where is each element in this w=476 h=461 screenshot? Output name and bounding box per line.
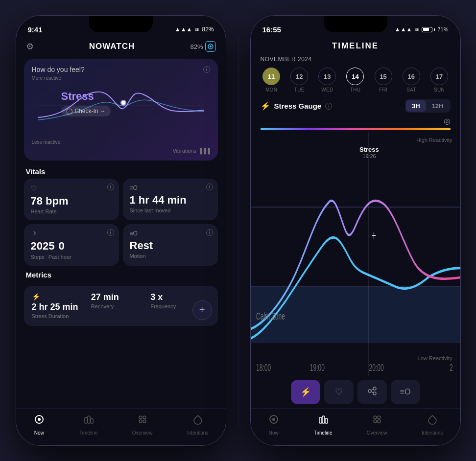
info-icon-heart[interactable]: i [107, 184, 114, 190]
add-metric-button[interactable]: + [192, 300, 212, 320]
svg-rect-6 [85, 417, 87, 423]
checkin-button[interactable]: ◯ Check-In → [61, 106, 111, 116]
battery-icon-right [422, 27, 435, 32]
nav-overview-right[interactable]: Overview [367, 414, 387, 436]
day-circle-0: 11 [262, 68, 280, 85]
tab-btn-connect[interactable] [357, 380, 387, 404]
day-name-0: MON [265, 87, 277, 92]
tab-btn-heart[interactable]: ♡ [324, 380, 354, 404]
day-item-1[interactable]: 12 TUE [286, 68, 312, 92]
svg-rect-31 [322, 416, 325, 423]
left-phone-screen: 9:41 ▲▲▲ ≋ 82% ⚙ NOWATCH 82% [16, 16, 226, 445]
app-header-left: ⚙ NOWATCH 82% [16, 37, 226, 57]
overview-icon-left [137, 414, 148, 428]
heart-rate-value: 78 bpm [31, 195, 112, 207]
app-header-right: TIMELINE [251, 37, 460, 54]
nav-intentions-left[interactable]: Intentions [187, 414, 208, 436]
svg-point-35 [374, 420, 377, 423]
gauge-btn-3h[interactable]: 3H [406, 100, 426, 112]
steps-value: 2025 [31, 240, 55, 252]
signal-icon: ▲▲▲ [175, 26, 192, 33]
day-circle-6: 17 [430, 68, 448, 85]
camera-icon[interactable]: ◎ [444, 116, 451, 126]
day-item-6[interactable]: 17 SUN [426, 68, 452, 92]
time-left: 9:41 [28, 25, 43, 34]
timeline-chart: + 18:00 19:00 20:00 2 Calm Zone [251, 132, 460, 376]
metrics-section-title: Metrics [16, 266, 226, 282]
more-reactive-label: More reactive [32, 75, 62, 81]
stress-tooltip-label: Stress [359, 146, 379, 153]
tab-btn-motion[interactable]: ≡O [391, 380, 420, 404]
low-reactivity-label: Low Reactivity [418, 355, 452, 361]
gauge-left: ⚡ Stress Gauge i [261, 101, 333, 111]
steps-label-secondary: Past hour [48, 254, 71, 260]
svg-point-11 [139, 420, 142, 423]
day-item-5[interactable]: 16 SAT [398, 68, 424, 92]
steps-secondary-value: 0 [58, 240, 64, 253]
day-item-2[interactable]: 13 WED [314, 68, 340, 92]
phone-notch-right [324, 16, 387, 32]
month-label: NOVEMBER 2024 [251, 54, 460, 65]
day-circle-2: 13 [318, 68, 336, 85]
phone-notch-left [89, 16, 153, 32]
day-item-3[interactable]: 14 THU [342, 68, 368, 92]
since-moved-card: ≡O i 1 hr 44 min Since last moved [123, 179, 218, 220]
bottom-nav-right: Now Timeline [251, 408, 460, 445]
nav-label-now-left: Now [34, 430, 44, 436]
timeline-icon-right [317, 414, 329, 428]
gauge-header: ⚡ Stress Gauge i 3H 12H [251, 95, 460, 115]
right-phone: 16:55 ▲▲▲ ≋ 71% TIMELINE [250, 15, 461, 446]
app-title: NOWATCH [89, 42, 135, 51]
svg-point-29 [272, 418, 275, 421]
gear-icon[interactable]: ⚙ [26, 41, 34, 52]
day-item-4[interactable]: 15 FRI [370, 68, 396, 92]
heart-rate-card: ♡ i 78 bpm Heart Rate [24, 179, 119, 220]
nav-label-intentions-left: Intentions [187, 430, 208, 436]
intentions-icon-right [427, 414, 438, 428]
gauge-toggle: 3H 12H [405, 99, 450, 113]
bolt-icon-gauge: ⚡ [261, 101, 270, 111]
stress-card: How do you feel? i More reactive [24, 59, 218, 161]
vibrations-label: Vibrations ▐▐▐ [172, 148, 210, 154]
nav-now-right[interactable]: Now [268, 414, 280, 436]
nav-label-timeline-right: Timeline [314, 430, 332, 436]
rest-label: Motion [130, 253, 211, 259]
metrics-card: ⚡ 2 hr 25 min Stress Duration 27 min Rec… [24, 286, 218, 326]
day-name-6: SUN [434, 87, 445, 92]
info-icon-stress[interactable]: i [203, 66, 210, 73]
left-phone: 9:41 ▲▲▲ ≋ 82% ⚙ NOWATCH 82% [16, 15, 226, 446]
recovery-value: 27 min [91, 293, 150, 302]
nav-label-overview-right: Overview [367, 430, 387, 436]
day-item-0[interactable]: 11 MON [259, 68, 285, 92]
nav-overview-left[interactable]: Overview [132, 414, 153, 436]
steps-icon: ☽ [31, 230, 112, 237]
wifi-icon: ≋ [194, 26, 199, 33]
day-selector: 11 MON 12 TUE 13 WED [251, 65, 460, 95]
day-name-1: TUE [294, 87, 305, 92]
svg-rect-7 [88, 416, 90, 423]
info-icon-rest[interactable]: i [206, 229, 213, 236]
nav-timeline-left[interactable]: Timeline [79, 414, 97, 436]
stress-tooltip-time: 19:26 [359, 153, 379, 159]
tab-icon-stress: ⚡ [300, 387, 311, 397]
info-icon-moved[interactable]: i [206, 184, 213, 190]
steps-card: ☽ i 2025 0 Steps Past hour [24, 224, 119, 266]
info-icon-gauge[interactable]: i [325, 103, 332, 110]
signal-icon-right: ▲▲▲ [395, 26, 412, 33]
svg-line-27 [371, 392, 373, 393]
tab-btn-stress[interactable]: ⚡ [291, 380, 320, 404]
nav-timeline-right[interactable]: Timeline [314, 414, 332, 436]
intentions-icon-left [192, 414, 204, 428]
nav-label-timeline-left: Timeline [79, 430, 97, 436]
svg-rect-8 [91, 418, 93, 423]
svg-line-26 [371, 389, 373, 391]
info-icon-steps[interactable]: i [107, 229, 114, 236]
tab-icon-heart: ♡ [335, 387, 343, 397]
nav-now-left[interactable]: Now [33, 414, 45, 436]
svg-point-10 [143, 416, 146, 419]
gauge-btn-12h[interactable]: 12H [426, 100, 450, 112]
nav-label-now-right: Now [269, 430, 279, 436]
nav-intentions-right[interactable]: Intentions [422, 414, 443, 436]
chart-area: + 18:00 19:00 20:00 2 Calm Zone High Rea… [251, 132, 460, 376]
day-circle-5: 16 [403, 68, 420, 85]
